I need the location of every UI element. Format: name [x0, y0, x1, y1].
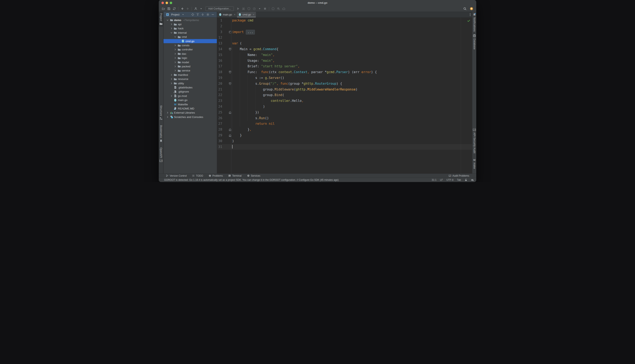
chevron-right-icon[interactable] — [173, 69, 177, 72]
chevron-right-icon[interactable] — [170, 23, 173, 26]
toolwindow-button-openapi[interactable]: OpenAPI/API — [159, 146, 163, 164]
toolwindow-button-project[interactable]: Project — [159, 12, 163, 27]
code-line-14[interactable]: 14 Main = gcmd.Command{ — [217, 46, 472, 52]
close-tab-icon[interactable]: × — [234, 13, 235, 16]
expand-all-button[interactable] — [196, 12, 200, 17]
tree-item-service[interactable]: service — [164, 68, 217, 73]
toolwindow-button-audit-problems[interactable]: /APIAudit Problems — [448, 174, 469, 177]
panel-title[interactable]: Project — [171, 13, 179, 16]
code-line-1[interactable]: 1package cmd — [217, 18, 472, 24]
tree-item-hack[interactable]: hack — [164, 26, 217, 30]
collapse-all-button[interactable] — [201, 12, 205, 17]
fold-marker-icon[interactable] — [229, 111, 231, 114]
hide-button[interactable] — [211, 12, 215, 17]
status-widget-tab[interactable]: Tab — [457, 178, 461, 182]
caret-down-button[interactable] — [257, 6, 262, 11]
tree-item-packed[interactable]: packed — [164, 64, 217, 68]
cloud-help-icon[interactable]: ? — [471, 178, 474, 182]
code-line-20[interactable]: 20 s.Group("/", func(group *ghttp.Router… — [217, 81, 472, 87]
chevron-right-icon[interactable] — [170, 94, 173, 97]
tree-item-cmd[interactable]: cmd — [164, 35, 217, 39]
run-button[interactable] — [235, 6, 241, 11]
tree-item-makefile[interactable]: MMakefile — [164, 102, 217, 106]
toolwindow-button-api-security-audit[interactable]: /APIAPI Security Audit — [473, 127, 476, 154]
toolwindow-button-make[interactable]: Mmake — [473, 157, 476, 170]
tree-item-go.mod[interactable]: go.mod — [164, 94, 217, 98]
tree-item-demo[interactable]: demo~/Temp/demo — [164, 18, 217, 22]
tree-item-resource[interactable]: resource — [164, 77, 217, 81]
code-line-29[interactable]: 29 } — [217, 133, 472, 138]
chevron-right-icon[interactable] — [173, 52, 177, 55]
tree-item-internal[interactable]: internal — [164, 30, 217, 35]
chevron-down-icon[interactable] — [173, 36, 177, 38]
editor-tab-main.go[interactable]: main.go× — [217, 12, 237, 17]
profiler-button[interactable] — [252, 6, 257, 11]
tree-item-utility[interactable]: utility — [164, 81, 217, 85]
search-button[interactable] — [462, 6, 468, 11]
chevron-right-icon[interactable] — [173, 56, 177, 59]
inspections-ok-icon[interactable] — [467, 19, 470, 23]
cloud-button[interactable] — [281, 6, 287, 11]
toolwindow-button-services[interactable]: Services — [247, 174, 260, 177]
fold-marker-icon[interactable] — [229, 134, 231, 137]
folded-import-placeholder[interactable]: ... — [246, 30, 255, 34]
chevron-right-icon[interactable] — [170, 74, 173, 76]
chevron-right-icon[interactable] — [166, 116, 170, 118]
code-line-27[interactable]: 27 return nil — [217, 121, 472, 127]
settings-button[interactable] — [206, 12, 210, 17]
code-line-17[interactable]: 17 Brief: "start http server", — [217, 64, 472, 70]
chevron-right-icon[interactable] — [166, 111, 170, 114]
toolwindow-button-todo[interactable]: TODO — [192, 174, 203, 177]
chevron-down-icon[interactable] — [170, 32, 173, 34]
tree-item-manifest[interactable]: manifest — [164, 73, 217, 77]
tree-item-external-libraries[interactable]: External Libraries — [164, 111, 217, 115]
debug-button[interactable] — [241, 6, 246, 11]
code-line-31[interactable]: 31 — [217, 144, 472, 150]
toolwindow-button-bookmarks[interactable]: Bookmarks — [159, 124, 163, 144]
chevron-right-icon[interactable] — [173, 61, 177, 64]
chevron-right-icon[interactable] — [170, 78, 173, 80]
locate-button[interactable] — [191, 12, 195, 17]
code-line-3[interactable]: 3import ... — [217, 29, 472, 35]
toolwindow-button-terminal[interactable]: Terminal — [228, 174, 241, 177]
chevron-down-icon[interactable] — [166, 19, 170, 22]
fold-expand-icon[interactable] — [229, 31, 231, 33]
unlock-icon[interactable] — [464, 178, 467, 182]
tree-item-.gitignore[interactable]: .gitignore — [164, 90, 217, 94]
code-line-19[interactable]: 19 s := g.Server() — [217, 75, 472, 81]
code-line-25[interactable]: 25 }) — [217, 110, 472, 116]
fold-marker-icon[interactable] — [229, 71, 231, 74]
tree-item-main.go[interactable]: main.go — [164, 98, 217, 102]
tree-item-.gitattributes[interactable]: .gitattributes — [164, 85, 217, 90]
back-arrow-button[interactable] — [180, 6, 185, 11]
tree-item-model[interactable]: model — [164, 60, 217, 64]
open-folder-button[interactable] — [161, 6, 166, 11]
tree-item-logic[interactable]: logic — [164, 56, 217, 60]
code-line-15[interactable]: 15 Name: "main", — [217, 52, 472, 58]
tree-item-cmd.go[interactable]: cmd.go — [164, 39, 217, 43]
save-button[interactable] — [166, 6, 172, 11]
db-search-button[interactable] — [276, 6, 281, 11]
fold-marker-icon[interactable] — [229, 128, 231, 131]
chevron-right-icon[interactable] — [170, 82, 173, 85]
chevron-right-icon[interactable] — [173, 44, 177, 47]
package-button[interactable] — [270, 6, 276, 11]
caret-down-button[interactable] — [181, 12, 185, 17]
chevron-right-icon[interactable] — [173, 65, 177, 68]
tree-item-consts[interactable]: consts — [164, 43, 217, 47]
tree-item-api[interactable]: api — [164, 22, 217, 26]
toolwindow-button-database[interactable]: Database — [472, 33, 476, 51]
tree-item-dao[interactable]: dao — [164, 52, 217, 56]
editor-tab-cmd.go[interactable]: cmd.go× — [237, 12, 256, 17]
tree-item-scratches-and-consoles[interactable]: Scratches and Consoles — [164, 115, 217, 119]
update-button[interactable] — [469, 6, 474, 11]
tree-item-readme.md[interactable]: MDREADME.MD — [164, 106, 217, 110]
stop-button[interactable] — [262, 6, 268, 11]
status-widget-31-1[interactable]: 31:1 — [432, 178, 436, 182]
status-widget-lf[interactable]: LF — [440, 178, 443, 182]
user-button[interactable] — [193, 6, 198, 11]
coverage-button[interactable] — [246, 6, 252, 11]
toolwindow-button-notifications[interactable]: Notifications — [472, 12, 476, 33]
status-message[interactable]: GOROOT is detected: Go 1.18.4 is automat… — [164, 178, 339, 182]
fold-marker-icon[interactable] — [229, 82, 231, 85]
